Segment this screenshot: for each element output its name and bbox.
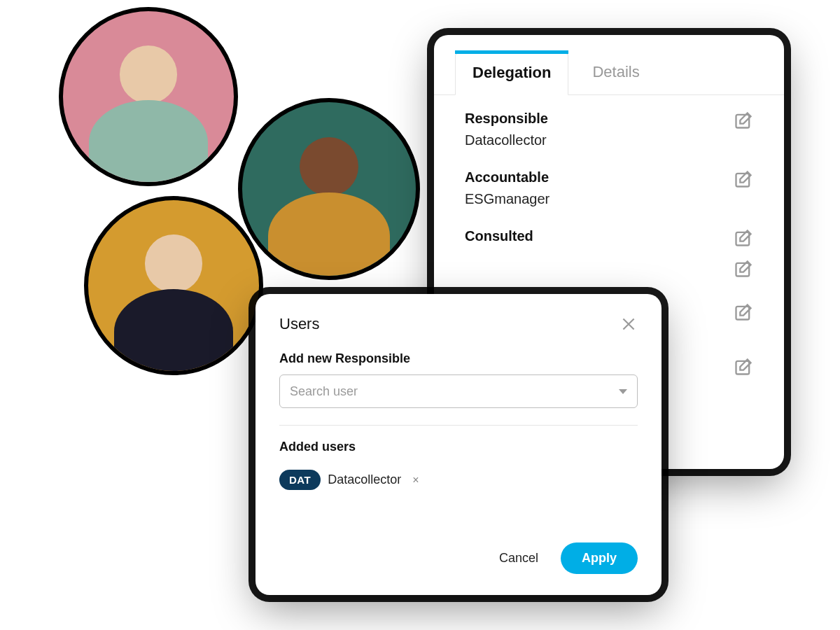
tab-delegation[interactable]: Delegation (455, 53, 568, 95)
role-label: Consulted (465, 228, 533, 244)
search-input[interactable] (290, 384, 619, 399)
edit-icon[interactable] (734, 302, 753, 322)
edit-icon[interactable] (734, 357, 753, 377)
svg-rect-0 (736, 115, 750, 128)
avatar (238, 98, 420, 280)
role-row-consulted: Consulted (434, 213, 784, 253)
role-row-accountable: Accountable ESGmanager (434, 154, 784, 213)
svg-rect-2 (736, 232, 750, 246)
role-value: Datacollector (465, 132, 548, 148)
edit-icon[interactable] (734, 169, 753, 189)
user-chip-badge: DAT (279, 470, 321, 490)
svg-rect-3 (736, 263, 750, 276)
role-row (434, 253, 784, 279)
added-users-label: Added users (279, 440, 638, 454)
role-label: Accountable (465, 169, 550, 186)
svg-rect-5 (736, 361, 750, 374)
field-label: Add new Responsible (279, 351, 638, 366)
svg-rect-4 (736, 307, 750, 320)
edit-icon[interactable] (734, 228, 753, 248)
cancel-button[interactable]: Cancel (492, 542, 545, 574)
role-label: Responsible (465, 111, 548, 127)
tab-bar: Delegation Details (434, 35, 784, 95)
remove-chip-icon[interactable]: × (412, 474, 419, 486)
search-user-select[interactable] (279, 374, 638, 408)
chevron-down-icon (619, 389, 627, 394)
divider (279, 425, 638, 426)
svg-rect-1 (736, 174, 750, 187)
apply-button[interactable]: Apply (561, 542, 638, 574)
role-row-responsible: Responsible Datacollector (434, 95, 784, 154)
added-user-chip: DAT Datacollector × (279, 470, 638, 490)
close-icon[interactable] (620, 315, 638, 333)
modal-title: Users (279, 315, 319, 333)
user-chip-label: Datacollector (328, 472, 401, 487)
edit-icon[interactable] (734, 111, 753, 130)
users-modal: Users Add new Responsible Added users DA… (255, 294, 662, 595)
edit-icon[interactable] (734, 259, 753, 279)
role-value: ESGmanager (465, 191, 550, 207)
tab-details[interactable]: Details (575, 53, 656, 94)
avatar (59, 7, 238, 186)
avatar (84, 196, 263, 375)
